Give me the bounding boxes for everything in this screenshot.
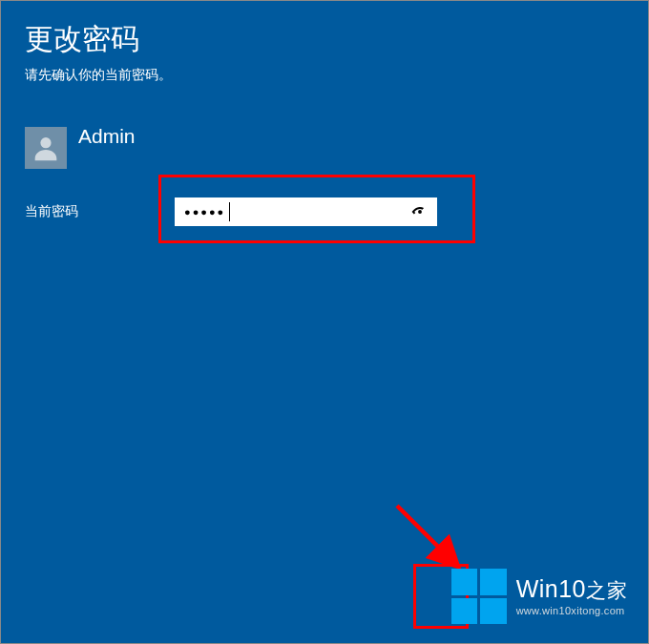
watermark: Win10之家 www.win10xitong.com <box>451 569 627 624</box>
user-row: Admin <box>25 127 624 169</box>
svg-line-2 <box>397 506 455 564</box>
password-reveal-button[interactable] <box>408 200 431 223</box>
svg-point-0 <box>40 137 51 148</box>
windows-logo-icon <box>451 569 507 624</box>
password-input-wrapper: ●●●●● <box>175 197 437 226</box>
eye-icon <box>410 202 429 221</box>
watermark-text: Win10之家 www.win10xitong.com <box>516 577 627 616</box>
page-title: 更改密码 <box>25 20 624 59</box>
svg-point-1 <box>418 210 422 214</box>
current-password-row: 当前密码 ●●●●● <box>25 197 624 226</box>
avatar <box>25 127 67 169</box>
watermark-url: www.win10xitong.com <box>516 605 627 616</box>
user-icon <box>31 133 61 163</box>
current-password-input[interactable] <box>175 197 437 226</box>
username: Admin <box>78 125 136 148</box>
current-password-label: 当前密码 <box>25 203 175 220</box>
page-subtitle: 请先确认你的当前密码。 <box>25 67 624 84</box>
watermark-brand: Win10之家 <box>516 577 627 601</box>
